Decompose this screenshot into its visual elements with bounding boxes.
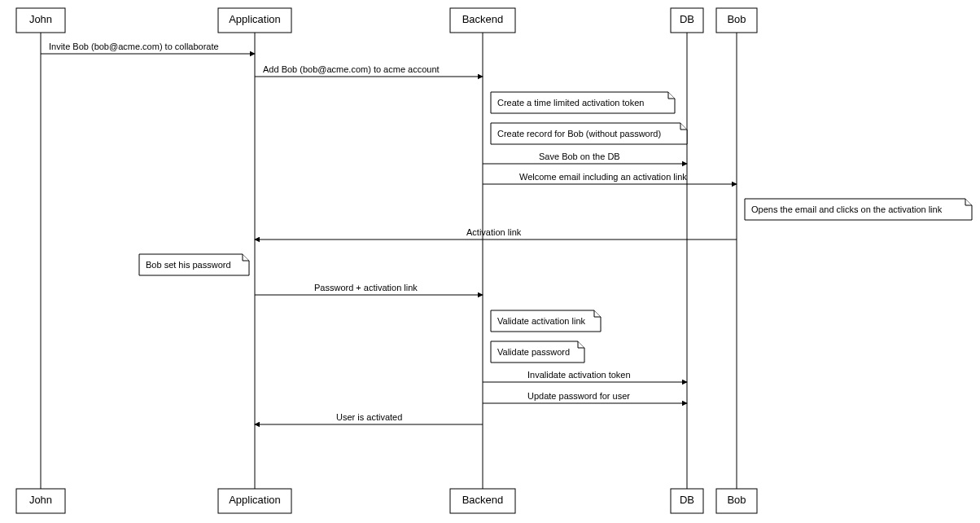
note-set-password: Bob set his password [139, 254, 249, 275]
participant-label: Application [229, 494, 281, 506]
message-label: Password + activation link [314, 283, 418, 292]
participant-application-top: Application [218, 8, 291, 33]
participant-application-bottom: Application [218, 489, 291, 513]
message-label: Save Bob on the DB [539, 152, 620, 161]
note-create-token: Create a time limited activation token [491, 92, 675, 113]
note-create-record: Create record for Bob (without password) [491, 123, 687, 144]
participant-bob-bottom: Bob [716, 489, 757, 513]
note-validate-password: Validate password [491, 341, 584, 363]
note-opens-email: Opens the email and clicks on the activa… [745, 199, 972, 220]
participant-backend-top: Backend [450, 8, 515, 33]
participant-db-bottom: DB [671, 489, 703, 513]
participant-john-bottom: John [16, 489, 65, 513]
message-label: Activation link [466, 227, 522, 237]
participant-label: DB [680, 13, 694, 25]
note-label: Validate activation link [497, 316, 586, 326]
note-validate-link: Validate activation link [491, 310, 601, 332]
note-label: Bob set his password [146, 260, 231, 270]
note-label: Opens the email and clicks on the activa… [751, 204, 943, 214]
participant-label: Backend [462, 494, 504, 506]
message-label: Invite Bob (bob@acme.com) to collaborate [49, 42, 219, 51]
note-label: Create record for Bob (without password) [497, 129, 661, 138]
participant-label: John [29, 494, 52, 506]
participant-label: Backend [462, 13, 504, 25]
message-label: Add Bob (bob@acme.com) to acme account [263, 64, 440, 74]
participant-label: DB [680, 494, 694, 506]
participant-label: Bob [727, 494, 746, 506]
note-label: Validate password [497, 347, 570, 357]
participant-john-top: John [16, 8, 65, 33]
message-label: Invalidate activation token [527, 370, 631, 380]
message-label: Update password for user [527, 391, 630, 401]
participant-backend-bottom: Backend [450, 489, 515, 513]
participant-label: John [29, 13, 52, 25]
message-label: User is activated [336, 412, 402, 422]
participant-label: Bob [727, 13, 746, 25]
participant-db-top: DB [671, 8, 703, 33]
sequence-diagram: John Application Backend DB Bob Invite B… [0, 0, 980, 523]
note-label: Create a time limited activation token [497, 98, 644, 108]
participant-label: Application [229, 13, 281, 25]
participant-bob-top: Bob [716, 8, 757, 33]
message-label: Welcome email including an activation li… [519, 172, 687, 182]
